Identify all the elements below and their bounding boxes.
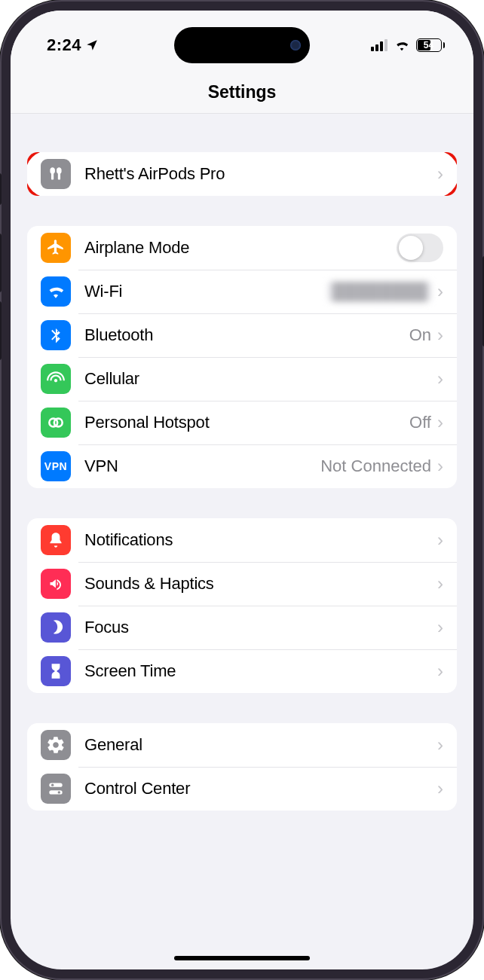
chevron-right-icon: › xyxy=(437,531,443,549)
status-time: 2:24 xyxy=(47,35,81,55)
chevron-right-icon: › xyxy=(437,780,443,798)
airplane-toggle[interactable] xyxy=(397,234,443,262)
row-airpods[interactable]: Rhett's AirPods Pro › xyxy=(27,152,457,196)
chevron-right-icon: › xyxy=(437,457,443,475)
cellular-icon xyxy=(41,364,71,394)
screen: 2:24 54 Settings xyxy=(11,11,473,969)
general-icon xyxy=(41,730,71,760)
chevron-right-icon: › xyxy=(437,575,443,593)
front-camera xyxy=(290,40,301,50)
chevron-right-icon: › xyxy=(437,618,443,637)
row-label: Notifications xyxy=(84,530,437,550)
cellular-signal-icon xyxy=(371,39,388,51)
row-sounds-haptics[interactable]: Sounds & Haptics › xyxy=(27,562,457,606)
row-bluetooth[interactable]: Bluetooth On › xyxy=(27,313,457,357)
svg-point-4 xyxy=(51,783,54,786)
row-label: General xyxy=(84,735,437,755)
row-control-center[interactable]: Control Center › xyxy=(27,767,457,811)
row-vpn[interactable]: VPN VPN Not Connected › xyxy=(27,444,457,488)
wifi-network-value: ████████ xyxy=(328,282,431,301)
device-frame: 2:24 54 Settings xyxy=(0,0,484,980)
row-screen-time[interactable]: Screen Time › xyxy=(27,649,457,693)
row-label: VPN xyxy=(84,456,320,476)
row-label: Airplane Mode xyxy=(84,238,397,258)
group-network: Airplane Mode Wi-Fi ████████ › xyxy=(27,226,457,488)
chevron-right-icon: › xyxy=(437,662,443,680)
group-system: General › Control Center › xyxy=(27,723,457,811)
volume-up-button xyxy=(0,234,2,292)
control-center-icon xyxy=(41,774,71,804)
chevron-right-icon: › xyxy=(437,326,443,344)
focus-icon xyxy=(41,612,71,643)
bluetooth-icon xyxy=(41,320,71,350)
status-right: 54 xyxy=(371,37,446,53)
wifi-status-icon xyxy=(394,37,410,53)
vpn-badge-text: VPN xyxy=(44,460,67,472)
group-airpods: Rhett's AirPods Pro › xyxy=(27,152,457,196)
row-cellular[interactable]: Cellular › xyxy=(27,357,457,401)
row-notifications[interactable]: Notifications › xyxy=(27,518,457,562)
volume-down-button xyxy=(0,301,2,360)
location-icon xyxy=(85,38,99,52)
chevron-right-icon: › xyxy=(437,282,443,301)
row-label: Personal Hotspot xyxy=(84,413,409,432)
hotspot-icon xyxy=(41,408,71,438)
row-label: Control Center xyxy=(84,779,437,798)
row-label: Sounds & Haptics xyxy=(84,574,437,594)
row-personal-hotspot[interactable]: Personal Hotspot Off › xyxy=(27,401,457,444)
row-label: Bluetooth xyxy=(84,325,409,345)
battery-percent: 54 xyxy=(424,40,433,50)
chevron-right-icon: › xyxy=(437,370,443,388)
bluetooth-value: On xyxy=(409,325,431,345)
airplane-icon xyxy=(41,233,71,263)
svg-point-5 xyxy=(58,791,60,793)
row-label: Focus xyxy=(84,618,437,637)
group-alerts: Notifications › Sounds & Haptics › xyxy=(27,518,457,693)
wifi-icon xyxy=(41,276,71,307)
chevron-right-icon: › xyxy=(437,736,443,754)
dynamic-island xyxy=(174,27,310,63)
status-left: 2:24 xyxy=(47,35,99,55)
home-indicator[interactable] xyxy=(174,956,310,960)
row-focus[interactable]: Focus › xyxy=(27,606,457,649)
row-label: Rhett's AirPods Pro xyxy=(84,164,437,184)
row-airplane-mode[interactable]: Airplane Mode xyxy=(27,226,457,270)
row-label: Screen Time xyxy=(84,661,437,681)
battery-indicator: 54 xyxy=(416,38,446,52)
sounds-icon xyxy=(41,569,71,599)
notifications-icon xyxy=(41,525,71,555)
airpods-icon xyxy=(41,159,71,189)
chevron-right-icon: › xyxy=(437,165,443,183)
vpn-value: Not Connected xyxy=(320,456,431,476)
screentime-icon xyxy=(41,656,71,686)
hotspot-value: Off xyxy=(409,413,431,432)
row-label: Wi-Fi xyxy=(84,282,328,301)
vpn-icon: VPN xyxy=(41,451,71,481)
row-label: Cellular xyxy=(84,369,437,389)
settings-list[interactable]: Rhett's AirPods Pro › Airplane Mode xyxy=(11,114,473,969)
mute-switch xyxy=(0,173,2,205)
content: Settings Rhett's AirPods Pro › xyxy=(11,11,473,969)
row-wifi[interactable]: Wi-Fi ████████ › xyxy=(27,270,457,313)
row-general[interactable]: General › xyxy=(27,723,457,767)
chevron-right-icon: › xyxy=(437,414,443,432)
